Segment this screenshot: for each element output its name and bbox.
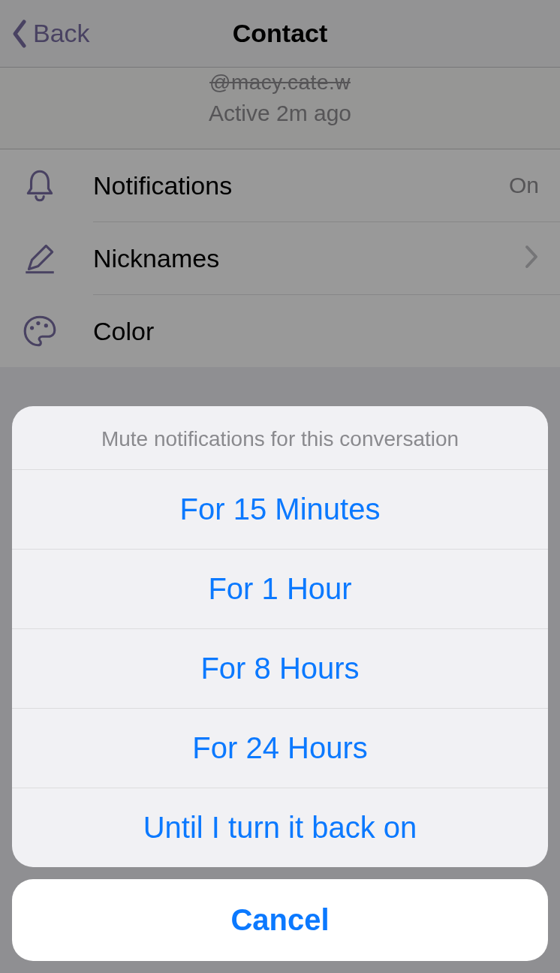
- cancel-button[interactable]: Cancel: [12, 879, 548, 961]
- mute-option-until-off[interactable]: Until I turn it back on: [12, 788, 548, 867]
- screen: Back Contact @macy.cate.w Active 2m ago …: [0, 0, 560, 973]
- action-sheet-menu: Mute notifications for this conversation…: [12, 406, 548, 867]
- mute-option-1hour[interactable]: For 1 Hour: [12, 550, 548, 629]
- mute-option-8hours[interactable]: For 8 Hours: [12, 629, 548, 709]
- action-sheet-title: Mute notifications for this conversation: [12, 406, 548, 470]
- action-sheet: Mute notifications for this conversation…: [0, 394, 560, 973]
- mute-option-24hours[interactable]: For 24 Hours: [12, 709, 548, 788]
- mute-option-15min[interactable]: For 15 Minutes: [12, 470, 548, 550]
